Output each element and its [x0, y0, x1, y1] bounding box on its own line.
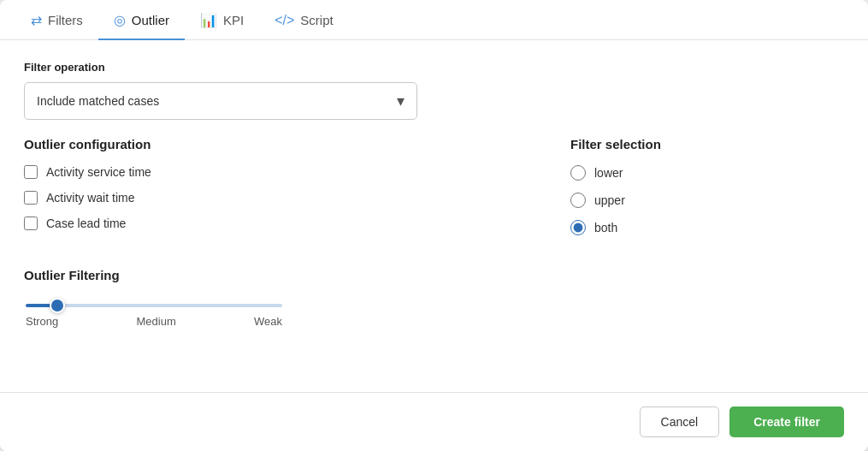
- tab-filters-label: Filters: [48, 13, 83, 27]
- radio-upper-input[interactable]: [570, 193, 586, 208]
- two-column-section: Outlier configuration Activity service t…: [24, 137, 844, 247]
- script-icon: </>: [275, 13, 294, 28]
- radio-lower[interactable]: lower: [570, 165, 844, 181]
- slider-container: Strong Medium Weak: [24, 296, 844, 328]
- chevron-down-icon: ▾: [397, 92, 404, 110]
- outlier-config-column: Outlier configuration Activity service t…: [24, 137, 570, 247]
- slider-label-strong: Strong: [26, 315, 58, 328]
- checkbox-activity-service-time-label: Activity service time: [46, 165, 151, 179]
- cancel-button[interactable]: Cancel: [640, 406, 720, 437]
- kpi-icon: 📊: [200, 12, 217, 28]
- filters-icon: ⇄: [31, 12, 42, 28]
- outlier-filtering-title: Outlier Filtering: [24, 268, 844, 282]
- tab-filters[interactable]: ⇄ Filters: [15, 0, 98, 40]
- slider-labels: Strong Medium Weak: [26, 315, 282, 328]
- radio-both-label: both: [594, 221, 617, 234]
- footer: Cancel Create filter: [0, 392, 868, 451]
- radio-upper-label: upper: [594, 193, 625, 207]
- outlier-strength-slider[interactable]: [26, 304, 282, 307]
- tab-bar: ⇄ Filters ◎ Outlier 📊 KPI </> Script: [0, 0, 868, 40]
- tab-script[interactable]: </> Script: [259, 1, 348, 40]
- filter-operation-label: Filter operation: [24, 61, 844, 74]
- outlier-filtering-section: Outlier Filtering Strong Medium Weak: [24, 268, 844, 328]
- checkbox-activity-service-time[interactable]: Activity service time: [24, 165, 536, 179]
- radio-lower-label: lower: [594, 166, 623, 180]
- content-area: Filter operation Include matched cases ▾…: [0, 40, 868, 393]
- dialog: ⇄ Filters ◎ Outlier 📊 KPI </> Script Fil…: [0, 0, 868, 451]
- filter-selection-title: Filter selection: [570, 137, 844, 151]
- tab-script-label: Script: [300, 13, 333, 27]
- checkbox-activity-wait-time[interactable]: Activity wait time: [24, 191, 536, 205]
- checkbox-case-lead-time-input[interactable]: [24, 217, 38, 230]
- dropdown-value: Include matched cases: [37, 94, 159, 108]
- create-filter-button[interactable]: Create filter: [729, 406, 844, 437]
- filter-operation-section: Filter operation Include matched cases ▾: [24, 61, 844, 120]
- filter-operation-dropdown[interactable]: Include matched cases ▾: [24, 82, 417, 120]
- radio-upper[interactable]: upper: [570, 193, 844, 208]
- tab-kpi[interactable]: 📊 KPI: [185, 0, 259, 40]
- checkbox-activity-wait-time-label: Activity wait time: [46, 191, 134, 205]
- checkbox-case-lead-time[interactable]: Case lead time: [24, 217, 536, 230]
- outlier-config-title: Outlier configuration: [24, 137, 536, 151]
- checkbox-activity-wait-time-input[interactable]: [24, 191, 38, 205]
- outlier-icon: ◎: [114, 12, 126, 28]
- radio-lower-input[interactable]: [570, 165, 586, 181]
- slider-label-weak: Weak: [254, 315, 282, 328]
- slider-label-medium: Medium: [137, 315, 176, 328]
- checkbox-case-lead-time-label: Case lead time: [46, 217, 126, 230]
- filter-selection-column: Filter selection lower upper both: [570, 137, 844, 247]
- tab-kpi-label: KPI: [223, 13, 244, 27]
- checkbox-activity-service-time-input[interactable]: [24, 165, 38, 179]
- tab-outlier-label: Outlier: [132, 13, 169, 27]
- radio-both-input[interactable]: [570, 220, 586, 235]
- radio-both[interactable]: both: [570, 220, 844, 235]
- tab-outlier[interactable]: ◎ Outlier: [98, 0, 185, 40]
